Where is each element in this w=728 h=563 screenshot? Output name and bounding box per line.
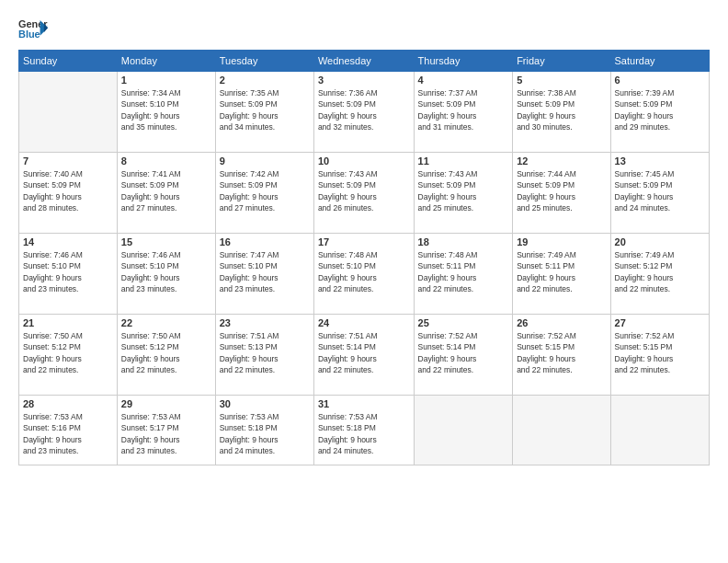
- day-number: 27: [615, 317, 705, 328]
- day-info: Sunrise: 7:49 AM Sunset: 5:12 PM Dayligh…: [615, 249, 705, 294]
- day-cell: 8Sunrise: 7:41 AM Sunset: 5:09 PM Daylig…: [117, 153, 215, 234]
- day-cell: 3Sunrise: 7:36 AM Sunset: 5:09 PM Daylig…: [313, 72, 414, 153]
- day-cell: 23Sunrise: 7:51 AM Sunset: 5:13 PM Dayli…: [215, 315, 313, 396]
- day-info: Sunrise: 7:38 AM Sunset: 5:09 PM Dayligh…: [517, 87, 606, 132]
- day-number: 9: [220, 155, 310, 167]
- day-number: 21: [23, 317, 113, 328]
- col-header-sunday: Sunday: [19, 51, 118, 72]
- day-number: 18: [418, 236, 509, 247]
- col-header-wednesday: Wednesday: [313, 51, 414, 72]
- day-cell: 29Sunrise: 7:53 AM Sunset: 5:17 PM Dayli…: [117, 396, 215, 465]
- day-header-row: SundayMondayTuesdayWednesdayThursdayFrid…: [19, 51, 710, 72]
- day-cell: 11Sunrise: 7:43 AM Sunset: 5:09 PM Dayli…: [414, 153, 513, 234]
- day-cell: 27Sunrise: 7:52 AM Sunset: 5:15 PM Dayli…: [610, 315, 709, 396]
- col-header-thursday: Thursday: [414, 51, 513, 72]
- day-cell: 6Sunrise: 7:39 AM Sunset: 5:09 PM Daylig…: [610, 72, 709, 153]
- week-row-1: 1Sunrise: 7:34 AM Sunset: 5:10 PM Daylig…: [19, 72, 710, 153]
- day-number: 29: [121, 398, 211, 409]
- day-cell: 2Sunrise: 7:35 AM Sunset: 5:09 PM Daylig…: [215, 72, 313, 153]
- day-cell: [610, 396, 709, 465]
- day-cell: [414, 396, 513, 465]
- col-header-saturday: Saturday: [610, 51, 709, 72]
- day-info: Sunrise: 7:36 AM Sunset: 5:09 PM Dayligh…: [318, 87, 410, 132]
- day-cell: 4Sunrise: 7:37 AM Sunset: 5:09 PM Daylig…: [414, 72, 513, 153]
- day-info: Sunrise: 7:50 AM Sunset: 5:12 PM Dayligh…: [121, 330, 211, 375]
- day-info: Sunrise: 7:48 AM Sunset: 5:11 PM Dayligh…: [418, 249, 509, 294]
- day-number: 22: [121, 317, 211, 328]
- day-info: Sunrise: 7:49 AM Sunset: 5:11 PM Dayligh…: [517, 249, 606, 294]
- day-cell: 13Sunrise: 7:45 AM Sunset: 5:09 PM Dayli…: [610, 153, 709, 234]
- logo-icon: General Blue: [18, 17, 48, 42]
- day-number: 26: [517, 317, 606, 328]
- day-number: 14: [23, 236, 113, 247]
- col-header-friday: Friday: [513, 51, 610, 72]
- day-info: Sunrise: 7:35 AM Sunset: 5:09 PM Dayligh…: [220, 87, 310, 132]
- day-number: 4: [418, 75, 509, 86]
- day-cell: 21Sunrise: 7:50 AM Sunset: 5:12 PM Dayli…: [19, 315, 118, 396]
- day-info: Sunrise: 7:37 AM Sunset: 5:09 PM Dayligh…: [418, 87, 509, 132]
- day-cell: 14Sunrise: 7:46 AM Sunset: 5:10 PM Dayli…: [19, 234, 118, 315]
- day-info: Sunrise: 7:39 AM Sunset: 5:09 PM Dayligh…: [615, 87, 705, 132]
- day-info: Sunrise: 7:52 AM Sunset: 5:15 PM Dayligh…: [615, 330, 705, 375]
- day-info: Sunrise: 7:52 AM Sunset: 5:14 PM Dayligh…: [418, 330, 509, 375]
- day-number: 23: [220, 317, 310, 328]
- day-number: 31: [318, 398, 410, 409]
- day-info: Sunrise: 7:53 AM Sunset: 5:18 PM Dayligh…: [220, 411, 310, 456]
- day-info: Sunrise: 7:40 AM Sunset: 5:09 PM Dayligh…: [23, 168, 113, 213]
- day-cell: 7Sunrise: 7:40 AM Sunset: 5:09 PM Daylig…: [19, 153, 118, 234]
- day-info: Sunrise: 7:51 AM Sunset: 5:13 PM Dayligh…: [220, 330, 310, 375]
- logo: General Blue: [18, 17, 48, 42]
- day-number: 12: [517, 155, 606, 167]
- day-info: Sunrise: 7:43 AM Sunset: 5:09 PM Dayligh…: [418, 168, 509, 213]
- day-cell: 31Sunrise: 7:53 AM Sunset: 5:18 PM Dayli…: [313, 396, 414, 465]
- day-number: 13: [615, 155, 705, 167]
- day-number: 24: [318, 317, 410, 328]
- day-cell: 24Sunrise: 7:51 AM Sunset: 5:14 PM Dayli…: [313, 315, 414, 396]
- week-row-4: 21Sunrise: 7:50 AM Sunset: 5:12 PM Dayli…: [19, 315, 710, 396]
- day-number: 15: [121, 236, 211, 247]
- day-number: 1: [121, 75, 211, 86]
- col-header-tuesday: Tuesday: [215, 51, 313, 72]
- day-number: 20: [615, 236, 705, 247]
- day-cell: 20Sunrise: 7:49 AM Sunset: 5:12 PM Dayli…: [610, 234, 709, 315]
- day-cell: 25Sunrise: 7:52 AM Sunset: 5:14 PM Dayli…: [414, 315, 513, 396]
- day-cell: 1Sunrise: 7:34 AM Sunset: 5:10 PM Daylig…: [117, 72, 215, 153]
- day-info: Sunrise: 7:53 AM Sunset: 5:18 PM Dayligh…: [318, 411, 410, 456]
- page: General Blue SundayMondayTuesdayWednesda…: [0, 0, 728, 563]
- calendar-table: SundayMondayTuesdayWednesdayThursdayFrid…: [18, 50, 710, 465]
- day-info: Sunrise: 7:50 AM Sunset: 5:12 PM Dayligh…: [23, 330, 113, 375]
- day-cell: 12Sunrise: 7:44 AM Sunset: 5:09 PM Dayli…: [513, 153, 610, 234]
- day-info: Sunrise: 7:53 AM Sunset: 5:16 PM Dayligh…: [23, 411, 113, 456]
- col-header-monday: Monday: [117, 51, 215, 72]
- day-cell: 16Sunrise: 7:47 AM Sunset: 5:10 PM Dayli…: [215, 234, 313, 315]
- day-number: 17: [318, 236, 410, 247]
- day-info: Sunrise: 7:45 AM Sunset: 5:09 PM Dayligh…: [615, 168, 705, 213]
- day-info: Sunrise: 7:41 AM Sunset: 5:09 PM Dayligh…: [121, 168, 211, 213]
- day-info: Sunrise: 7:42 AM Sunset: 5:09 PM Dayligh…: [220, 168, 310, 213]
- day-info: Sunrise: 7:44 AM Sunset: 5:09 PM Dayligh…: [517, 168, 606, 213]
- day-number: 6: [615, 75, 705, 86]
- day-info: Sunrise: 7:46 AM Sunset: 5:10 PM Dayligh…: [23, 249, 113, 294]
- day-number: 16: [220, 236, 310, 247]
- day-info: Sunrise: 7:34 AM Sunset: 5:10 PM Dayligh…: [121, 87, 211, 132]
- day-number: 30: [220, 398, 310, 409]
- day-info: Sunrise: 7:48 AM Sunset: 5:10 PM Dayligh…: [318, 249, 410, 294]
- day-number: 7: [23, 155, 113, 167]
- day-cell: 15Sunrise: 7:46 AM Sunset: 5:10 PM Dayli…: [117, 234, 215, 315]
- day-info: Sunrise: 7:52 AM Sunset: 5:15 PM Dayligh…: [517, 330, 606, 375]
- day-cell: [513, 396, 610, 465]
- week-row-5: 28Sunrise: 7:53 AM Sunset: 5:16 PM Dayli…: [19, 396, 710, 465]
- day-number: 28: [23, 398, 113, 409]
- header: General Blue: [18, 17, 710, 42]
- day-number: 25: [418, 317, 509, 328]
- svg-text:Blue: Blue: [18, 29, 40, 40]
- day-number: 8: [121, 155, 211, 167]
- day-cell: 26Sunrise: 7:52 AM Sunset: 5:15 PM Dayli…: [513, 315, 610, 396]
- day-info: Sunrise: 7:51 AM Sunset: 5:14 PM Dayligh…: [318, 330, 410, 375]
- day-info: Sunrise: 7:53 AM Sunset: 5:17 PM Dayligh…: [121, 411, 211, 456]
- week-row-2: 7Sunrise: 7:40 AM Sunset: 5:09 PM Daylig…: [19, 153, 710, 234]
- day-cell: 10Sunrise: 7:43 AM Sunset: 5:09 PM Dayli…: [313, 153, 414, 234]
- day-cell: 18Sunrise: 7:48 AM Sunset: 5:11 PM Dayli…: [414, 234, 513, 315]
- day-cell: 28Sunrise: 7:53 AM Sunset: 5:16 PM Dayli…: [19, 396, 118, 465]
- day-number: 10: [318, 155, 410, 167]
